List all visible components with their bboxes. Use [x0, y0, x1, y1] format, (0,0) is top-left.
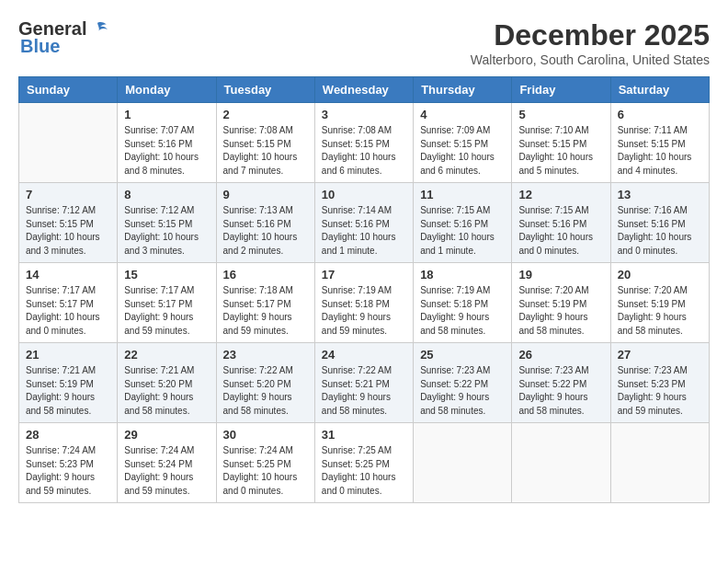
day-number: 16 [223, 268, 308, 282]
weekday-header: Friday [512, 77, 610, 103]
calendar-cell: 16Sunrise: 7:18 AMSunset: 5:17 PMDayligh… [216, 263, 314, 343]
day-number: 24 [322, 348, 406, 362]
day-number: 21 [26, 348, 110, 362]
day-number: 7 [26, 188, 110, 201]
cell-content: Sunrise: 7:15 AMSunset: 5:16 PMDaylight:… [420, 204, 505, 258]
calendar-cell: 28Sunrise: 7:24 AMSunset: 5:23 PMDayligh… [19, 423, 118, 503]
cell-content: Sunrise: 7:23 AMSunset: 5:22 PMDaylight:… [518, 364, 603, 418]
weekday-header: Thursday [414, 77, 512, 103]
calendar-cell: 2Sunrise: 7:08 AMSunset: 5:15 PMDaylight… [216, 103, 314, 183]
calendar-cell: 25Sunrise: 7:23 AMSunset: 5:22 PMDayligh… [414, 343, 512, 423]
day-number: 6 [618, 108, 702, 121]
cell-content: Sunrise: 7:08 AMSunset: 5:15 PMDaylight:… [223, 124, 308, 178]
page-header: General Blue December 2025 Walterboro, S… [18, 18, 710, 67]
calendar-cell [19, 103, 118, 183]
calendar-cell: 11Sunrise: 7:15 AMSunset: 5:16 PMDayligh… [414, 183, 512, 263]
weekday-header: Sunday [19, 77, 118, 103]
calendar-cell: 3Sunrise: 7:08 AMSunset: 5:15 PMDaylight… [314, 103, 413, 183]
calendar-cell: 31Sunrise: 7:25 AMSunset: 5:25 PMDayligh… [314, 423, 413, 503]
calendar-cell: 27Sunrise: 7:23 AMSunset: 5:23 PMDayligh… [610, 343, 709, 423]
cell-content: Sunrise: 7:24 AMSunset: 5:24 PMDaylight:… [124, 444, 209, 498]
calendar-cell: 29Sunrise: 7:24 AMSunset: 5:24 PMDayligh… [118, 423, 216, 503]
logo-blue-text: Blue [20, 36, 60, 57]
calendar-week-row: 14Sunrise: 7:17 AMSunset: 5:17 PMDayligh… [19, 263, 710, 343]
day-number: 10 [322, 188, 406, 201]
cell-content: Sunrise: 7:20 AMSunset: 5:19 PMDaylight:… [518, 284, 603, 338]
day-number: 20 [618, 268, 702, 282]
day-number: 22 [124, 348, 209, 362]
cell-content: Sunrise: 7:17 AMSunset: 5:17 PMDaylight:… [26, 284, 110, 338]
day-number: 3 [322, 108, 406, 121]
day-number: 4 [420, 108, 505, 121]
month-year: December 2025 [471, 18, 710, 52]
calendar-cell: 21Sunrise: 7:21 AMSunset: 5:19 PMDayligh… [19, 343, 118, 423]
calendar-cell: 6Sunrise: 7:11 AMSunset: 5:15 PMDaylight… [610, 103, 709, 183]
cell-content: Sunrise: 7:22 AMSunset: 5:21 PMDaylight:… [322, 364, 406, 418]
calendar-cell [414, 423, 512, 503]
calendar-cell: 5Sunrise: 7:10 AMSunset: 5:15 PMDaylight… [512, 103, 610, 183]
calendar-cell: 12Sunrise: 7:15 AMSunset: 5:16 PMDayligh… [512, 183, 610, 263]
weekday-header: Wednesday [314, 77, 413, 103]
cell-content: Sunrise: 7:10 AMSunset: 5:15 PMDaylight:… [518, 124, 603, 178]
cell-content: Sunrise: 7:08 AMSunset: 5:15 PMDaylight:… [322, 124, 406, 178]
cell-content: Sunrise: 7:16 AMSunset: 5:16 PMDaylight:… [618, 204, 702, 258]
cell-content: Sunrise: 7:14 AMSunset: 5:16 PMDaylight:… [322, 204, 406, 258]
day-number: 17 [322, 268, 406, 282]
day-number: 23 [223, 348, 308, 362]
calendar-cell: 24Sunrise: 7:22 AMSunset: 5:21 PMDayligh… [314, 343, 413, 423]
calendar-cell: 14Sunrise: 7:17 AMSunset: 5:17 PMDayligh… [19, 263, 118, 343]
day-number: 11 [420, 188, 505, 201]
cell-content: Sunrise: 7:09 AMSunset: 5:15 PMDaylight:… [420, 124, 505, 178]
calendar-table: SundayMondayTuesdayWednesdayThursdayFrid… [18, 76, 710, 503]
logo: General Blue [18, 18, 108, 57]
cell-content: Sunrise: 7:18 AMSunset: 5:17 PMDaylight:… [223, 284, 308, 338]
calendar-cell: 20Sunrise: 7:20 AMSunset: 5:19 PMDayligh… [610, 263, 709, 343]
cell-content: Sunrise: 7:12 AMSunset: 5:15 PMDaylight:… [124, 204, 209, 258]
weekday-header: Monday [118, 77, 216, 103]
cell-content: Sunrise: 7:19 AMSunset: 5:18 PMDaylight:… [420, 284, 505, 338]
calendar-cell: 18Sunrise: 7:19 AMSunset: 5:18 PMDayligh… [414, 263, 512, 343]
calendar-cell: 9Sunrise: 7:13 AMSunset: 5:16 PMDaylight… [216, 183, 314, 263]
day-number: 1 [124, 108, 209, 121]
cell-content: Sunrise: 7:17 AMSunset: 5:17 PMDaylight:… [124, 284, 209, 338]
day-number: 2 [223, 108, 308, 121]
calendar-cell: 17Sunrise: 7:19 AMSunset: 5:18 PMDayligh… [314, 263, 413, 343]
day-number: 28 [26, 428, 110, 442]
day-number: 12 [518, 188, 603, 201]
day-number: 15 [124, 268, 209, 282]
cell-content: Sunrise: 7:23 AMSunset: 5:23 PMDaylight:… [618, 364, 702, 418]
calendar-cell: 10Sunrise: 7:14 AMSunset: 5:16 PMDayligh… [314, 183, 413, 263]
day-number: 19 [518, 268, 603, 282]
day-number: 30 [223, 428, 308, 442]
day-number: 27 [618, 348, 702, 362]
calendar-week-row: 28Sunrise: 7:24 AMSunset: 5:23 PMDayligh… [19, 423, 710, 503]
weekday-header: Saturday [610, 77, 709, 103]
cell-content: Sunrise: 7:21 AMSunset: 5:19 PMDaylight:… [26, 364, 110, 418]
day-number: 8 [124, 188, 209, 201]
cell-content: Sunrise: 7:24 AMSunset: 5:25 PMDaylight:… [223, 444, 308, 498]
day-number: 29 [124, 428, 209, 442]
calendar-cell: 15Sunrise: 7:17 AMSunset: 5:17 PMDayligh… [118, 263, 216, 343]
day-number: 26 [518, 348, 603, 362]
cell-content: Sunrise: 7:12 AMSunset: 5:15 PMDaylight:… [26, 204, 110, 258]
cell-content: Sunrise: 7:22 AMSunset: 5:20 PMDaylight:… [223, 364, 308, 418]
calendar-week-row: 7Sunrise: 7:12 AMSunset: 5:15 PMDaylight… [19, 183, 710, 263]
calendar-cell [512, 423, 610, 503]
cell-content: Sunrise: 7:19 AMSunset: 5:18 PMDaylight:… [322, 284, 406, 338]
cell-content: Sunrise: 7:11 AMSunset: 5:15 PMDaylight:… [618, 124, 702, 178]
cell-content: Sunrise: 7:24 AMSunset: 5:23 PMDaylight:… [26, 444, 110, 498]
cell-content: Sunrise: 7:07 AMSunset: 5:16 PMDaylight:… [124, 124, 209, 178]
day-number: 13 [618, 188, 702, 201]
logo-bird-icon [88, 21, 108, 38]
day-number: 14 [26, 268, 110, 282]
calendar-cell [610, 423, 709, 503]
calendar-week-row: 21Sunrise: 7:21 AMSunset: 5:19 PMDayligh… [19, 343, 710, 423]
calendar-cell: 13Sunrise: 7:16 AMSunset: 5:16 PMDayligh… [610, 183, 709, 263]
day-number: 18 [420, 268, 505, 282]
calendar-cell: 8Sunrise: 7:12 AMSunset: 5:15 PMDaylight… [118, 183, 216, 263]
day-number: 25 [420, 348, 505, 362]
calendar-cell: 30Sunrise: 7:24 AMSunset: 5:25 PMDayligh… [216, 423, 314, 503]
location: Walterboro, South Carolina, United State… [471, 52, 710, 67]
calendar-header-row: SundayMondayTuesdayWednesdayThursdayFrid… [19, 77, 710, 103]
calendar-cell: 1Sunrise: 7:07 AMSunset: 5:16 PMDaylight… [118, 103, 216, 183]
